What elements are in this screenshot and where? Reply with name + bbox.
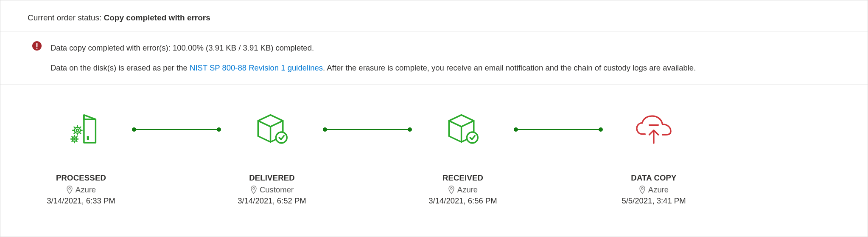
node-location: Customer [260, 185, 294, 195]
svg-rect-1 [36, 43, 38, 47]
node-location: Azure [76, 185, 96, 195]
received-icon [444, 110, 482, 149]
info-banner: Data copy completed with error(s): 100.0… [0, 31, 868, 85]
svg-point-15 [74, 138, 75, 139]
node-location-row: Azure [639, 185, 669, 195]
svg-rect-3 [87, 136, 89, 140]
info-line2-post: . After the erasure is complete, you rec… [323, 63, 696, 72]
svg-line-10 [74, 127, 75, 127]
node-timestamp: 5/5/2021, 3:41 PM [622, 196, 686, 206]
status-header: Current order status: Copy completed wit… [0, 0, 868, 31]
order-status-panel: Current order status: Copy completed wit… [0, 0, 868, 237]
svg-line-21 [76, 141, 77, 141]
svg-point-26 [253, 187, 255, 189]
svg-rect-2 [36, 48, 38, 49]
error-icon [32, 41, 42, 51]
delivered-icon [253, 110, 291, 149]
map-pin-icon [250, 186, 257, 194]
timeline-node-datacopy: DATA COPY Azure 5/5/2021, 3:41 PM [607, 110, 700, 206]
order-timeline: PROCESSED Azure 3/14/2021, 6:33 PM [0, 85, 868, 206]
timeline-connector [128, 110, 225, 149]
map-pin-icon [66, 186, 73, 194]
svg-point-28 [451, 187, 452, 189]
timeline-node-delivered: DELIVERED Customer 3/14/2021, 6:52 PM [225, 110, 319, 206]
svg-line-20 [72, 136, 73, 137]
info-line1: Data copy completed with error(s): 100.0… [50, 41, 696, 55]
timeline-node-processed: PROCESSED Azure 3/14/2021, 6:33 PM [34, 110, 128, 206]
svg-point-27 [467, 132, 478, 143]
node-timestamp: 3/14/2021, 6:33 PM [47, 196, 115, 206]
nist-guidelines-link[interactable]: NIST SP 800-88 Revision 1 guidelines [190, 63, 323, 72]
svg-line-12 [74, 133, 75, 133]
node-location: Azure [648, 185, 669, 195]
node-location: Azure [457, 185, 478, 195]
info-text: Data copy completed with error(s): 100.0… [50, 41, 696, 75]
node-location-row: Azure [448, 185, 478, 195]
node-title: DELIVERED [249, 173, 295, 183]
map-pin-icon [448, 186, 455, 194]
status-value: Copy completed with errors [104, 13, 210, 22]
node-location-row: Azure [66, 185, 96, 195]
info-line2: Data on the disk(s) is erased as per the… [50, 61, 696, 75]
timeline-connector [510, 110, 607, 149]
svg-point-5 [76, 129, 78, 131]
node-location-row: Customer [250, 185, 294, 195]
node-timestamp: 3/14/2021, 6:56 PM [428, 196, 497, 206]
node-timestamp: 3/14/2021, 6:52 PM [238, 196, 306, 206]
cloud-upload-error-icon [635, 110, 673, 149]
processed-icon [62, 110, 100, 149]
status-label: Current order status: [28, 13, 101, 22]
svg-line-13 [80, 127, 81, 127]
svg-line-22 [72, 141, 73, 141]
node-title: RECEIVED [442, 173, 483, 183]
info-line2-pre: Data on the disk(s) is erased as per the [50, 63, 190, 72]
map-pin-icon [639, 186, 646, 194]
timeline-connector [319, 110, 416, 149]
svg-point-24 [69, 187, 70, 189]
node-title: PROCESSED [56, 173, 106, 183]
svg-point-25 [276, 132, 287, 143]
svg-line-23 [76, 136, 77, 137]
svg-line-11 [80, 133, 81, 133]
timeline-node-received: RECEIVED Azure 3/14/2021, 6:56 PM [416, 110, 510, 206]
node-title: DATA COPY [631, 173, 676, 183]
svg-point-31 [641, 187, 643, 189]
